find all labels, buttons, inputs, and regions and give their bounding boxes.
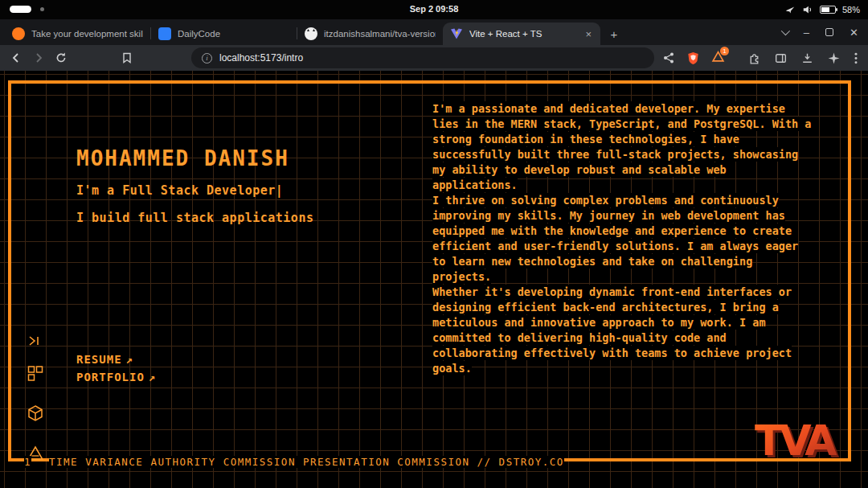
- typed-role-text: I'm a Full Stack Developer|: [76, 183, 283, 198]
- page-viewport: MOHAMMED DANISH I'm a Full Stack Develop…: [0, 71, 868, 488]
- download-icon[interactable]: [800, 51, 814, 65]
- tab-label: itzdanishsalmani/tva-version: [324, 29, 436, 39]
- tab-github-repo[interactable]: itzdanishsalmani/tva-version: [297, 23, 443, 45]
- volume-icon[interactable]: [802, 4, 813, 15]
- rewards-badge: 1: [720, 47, 729, 55]
- about-section: I'm a passionate and dedicated developer…: [432, 101, 813, 376]
- resume-label: RESUME: [76, 353, 122, 366]
- system-top-bar: Sep 2 09:58 58%: [0, 0, 868, 19]
- battery-icon[interactable]: [820, 6, 836, 14]
- share-icon[interactable]: [662, 51, 675, 64]
- portfolio-link[interactable]: PORTFOLIO ↗: [76, 371, 156, 383]
- brave-shield-icon[interactable]: [686, 51, 700, 65]
- github-icon: [305, 27, 317, 40]
- tab-favicon-blue: [158, 27, 171, 40]
- portfolio-label: PORTFOLIO: [76, 371, 145, 383]
- windows-grid-icon[interactable]: [26, 363, 45, 383]
- extensions-puzzle-icon[interactable]: [747, 51, 761, 65]
- back-icon[interactable]: [10, 51, 23, 64]
- airplane-mode-icon[interactable]: [784, 4, 796, 15]
- url-text[interactable]: localhost:5173/intro: [219, 52, 303, 64]
- reload-icon[interactable]: [55, 51, 68, 64]
- about-paragraph: Whether it's developing dynamic front-en…: [432, 285, 813, 376]
- page-title: MOHAMMED DANISH: [76, 146, 289, 170]
- tab-favicon-orange: [12, 27, 25, 40]
- system-tray: 58%: [784, 0, 860, 19]
- brave-rewards-button[interactable]: 1: [711, 50, 725, 67]
- external-arrow-icon: ↗: [126, 353, 133, 366]
- menu-dots-icon[interactable]: [854, 51, 858, 65]
- tab-label: DailyCode: [178, 29, 289, 39]
- resume-link[interactable]: RESUME ↗: [76, 353, 133, 366]
- window-close-button[interactable]: ✕: [850, 27, 858, 38]
- address-actions: 1: [662, 50, 725, 67]
- tab-close-icon[interactable]: ×: [583, 28, 593, 40]
- footer-text: TIME VARIANCE AUTHORITY COMMISSION PRESE…: [49, 456, 564, 468]
- cube-icon[interactable]: [26, 404, 45, 423]
- minimize-button[interactable]: –: [804, 27, 809, 38]
- navigation-bar: i localhost:5173/intro 1: [0, 45, 868, 71]
- external-arrow-icon: ↗: [149, 371, 156, 383]
- battery-percent: 58%: [842, 5, 860, 14]
- new-tab-button[interactable]: +: [604, 23, 624, 44]
- battery-fill: [821, 7, 829, 12]
- toolbar-icons: [747, 51, 858, 65]
- tab-vite-react-active[interactable]: Vite + React + TS ×: [443, 23, 600, 45]
- bookmark-icon[interactable]: [121, 51, 133, 64]
- leo-sparkle-icon[interactable]: [827, 51, 841, 65]
- tab-label: Vite + React + TS: [469, 29, 577, 39]
- forward-icon[interactable]: [32, 51, 45, 64]
- tva-logo: TVA TVA: [754, 418, 852, 465]
- tab-strip: Take your development skill DailyCode it…: [0, 19, 868, 45]
- about-paragraph: I'm a passionate and dedicated developer…: [432, 101, 813, 193]
- tab-dev-skill[interactable]: Take your development skill: [5, 23, 150, 45]
- page-footer: 1TIME VARIANCE AUTHORITY COMMISSION PRES…: [24, 456, 564, 468]
- address-bar[interactable]: i localhost:5173/intro: [191, 47, 654, 68]
- site-info-icon[interactable]: i: [202, 53, 212, 64]
- screen: Sep 2 09:58 58% Take your development sk…: [0, 0, 868, 488]
- tab-search-chevron-icon[interactable]: [781, 27, 790, 35]
- nav-buttons: [10, 51, 68, 64]
- side-nav-icons: [26, 331, 45, 470]
- svg-text:TVA: TVA: [755, 418, 837, 465]
- tagline-text: I build full stack applications: [76, 211, 313, 225]
- terminal-icon[interactable]: [26, 331, 45, 351]
- tab-label: Take your development skill: [31, 29, 143, 39]
- window-controls: – ✕: [781, 19, 868, 45]
- system-clock[interactable]: Sep 2 09:58: [0, 4, 868, 14]
- maximize-button[interactable]: [825, 28, 833, 36]
- about-paragraph: I thrive on solving complex problems and…: [432, 193, 813, 285]
- footer-page-number: 1: [24, 456, 31, 468]
- vite-icon: [450, 27, 463, 40]
- side-panel-icon[interactable]: [774, 51, 788, 65]
- tab-dailycode[interactable]: DailyCode: [151, 23, 297, 45]
